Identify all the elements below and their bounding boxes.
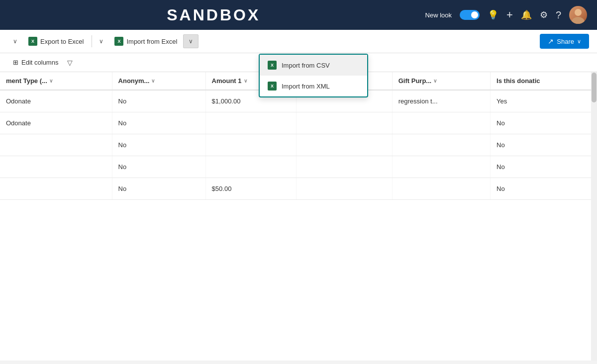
bulb-icon[interactable]: 💡 — [488, 9, 498, 20]
cell-row3-col3 — [297, 156, 393, 178]
topbar-controls: New look 💡 + 🔔 ⚙ ? — [425, 6, 587, 24]
bell-icon[interactable]: 🔔 — [521, 9, 532, 20]
cell-row2-col0 — [0, 134, 112, 156]
cell-row3-col0 — [0, 156, 112, 178]
new-look-label: New look — [425, 11, 452, 19]
cell-row4-col5: No — [491, 178, 597, 200]
import-dropdown-menu: X Import from CSV X Import from XML — [259, 54, 368, 97]
col-anon[interactable]: Anonym... ∨ — [112, 72, 205, 90]
sort-icon-amount1: ∨ — [244, 78, 247, 84]
plus-icon[interactable]: + — [506, 8, 513, 21]
cell-row0-col5: Yes — [491, 90, 597, 112]
cell-row0-col0: Odonate — [0, 90, 112, 112]
filter-icon[interactable]: ▽ — [67, 59, 73, 67]
table-row: NoNo — [0, 156, 597, 178]
topbar: SANDBOX New look 💡 + 🔔 ⚙ ? — [0, 0, 597, 30]
cell-row2-col2 — [205, 134, 297, 156]
share-icon: ↗ — [548, 37, 554, 45]
toolbar-divider-1 — [92, 35, 92, 47]
excel-import-icon: X — [114, 37, 123, 46]
sort-icon-gift: ∨ — [433, 78, 437, 84]
cell-row2-col1: No — [112, 134, 205, 156]
scrollbar-track[interactable] — [591, 72, 597, 361]
table-row: No$50.00No — [0, 178, 597, 200]
table-row: NoNo — [0, 134, 597, 156]
main-toolbar: ∨ X Export to Excel ∨ X Import from Exce… — [0, 30, 597, 53]
export-to-excel-btn[interactable]: X Export to Excel — [22, 34, 90, 49]
excel-export-icon: X — [28, 37, 37, 46]
cell-row1-col5: No — [491, 112, 597, 134]
csv-icon: X — [268, 61, 277, 70]
cell-row4-col1: No — [112, 178, 205, 200]
avatar[interactable] — [569, 6, 587, 24]
export-chevron-btn[interactable]: ∨ — [94, 35, 108, 48]
table-row: OdonateNoNo — [0, 112, 597, 134]
svg-point-0 — [575, 9, 582, 16]
cell-row1-col4 — [392, 112, 490, 134]
cell-row1-col0: Odonate — [0, 112, 112, 134]
cell-row0-col4: regression t... — [392, 90, 490, 112]
edit-columns-btn[interactable]: ⊞ Edit columns — [8, 56, 63, 69]
share-btn[interactable]: ↗ Share ∨ — [540, 34, 589, 49]
cell-row3-col2 — [205, 156, 297, 178]
table-wrapper: ment Type (... ∨ Anonym... ∨ Amount 1 — [0, 72, 597, 361]
col-gift[interactable]: Gift Purp... ∨ — [392, 72, 490, 90]
col-type[interactable]: ment Type (... ∨ — [0, 72, 112, 90]
help-icon[interactable]: ? — [556, 9, 561, 21]
cell-row4-col3 — [297, 178, 393, 200]
col-donation[interactable]: Is this donatic — [491, 72, 597, 90]
import-csv-item[interactable]: X Import from CSV — [260, 55, 367, 76]
cell-row4-col2: $50.00 — [205, 178, 297, 200]
app-title: SANDBOX — [10, 6, 417, 24]
import-from-excel-btn[interactable]: X Import from Excel — [108, 34, 183, 49]
cell-row1-col2 — [205, 112, 297, 134]
cell-row4-col4 — [392, 178, 490, 200]
cell-row3-col4 — [392, 156, 490, 178]
data-table-container[interactable]: ment Type (... ∨ Anonym... ∨ Amount 1 — [0, 72, 597, 361]
gear-icon[interactable]: ⚙ — [540, 9, 548, 20]
cell-row2-col5: No — [491, 134, 597, 156]
left-chevron-btn[interactable]: ∨ — [8, 35, 22, 48]
new-look-toggle[interactable] — [460, 10, 480, 20]
cell-row3-col1: No — [112, 156, 205, 178]
svg-point-1 — [572, 17, 585, 24]
scrollbar-thumb[interactable] — [592, 73, 597, 102]
xml-icon: X — [268, 82, 277, 91]
sort-icon-anon: ∨ — [151, 78, 155, 84]
cell-row4-col0 — [0, 178, 112, 200]
cell-row1-col3 — [297, 112, 393, 134]
columns-icon: ⊞ — [13, 59, 18, 66]
share-chevron-icon: ∨ — [577, 38, 581, 45]
cell-row2-col3 — [297, 134, 393, 156]
cell-row1-col1: No — [112, 112, 205, 134]
sort-icon-type: ∨ — [49, 78, 53, 84]
import-xml-item[interactable]: X Import from XML — [260, 76, 367, 96]
cell-row0-col1: No — [112, 90, 205, 112]
cell-row3-col5: No — [491, 156, 597, 178]
cell-row2-col4 — [392, 134, 490, 156]
import-dropdown-toggle-btn[interactable]: ∨ — [183, 34, 199, 48]
